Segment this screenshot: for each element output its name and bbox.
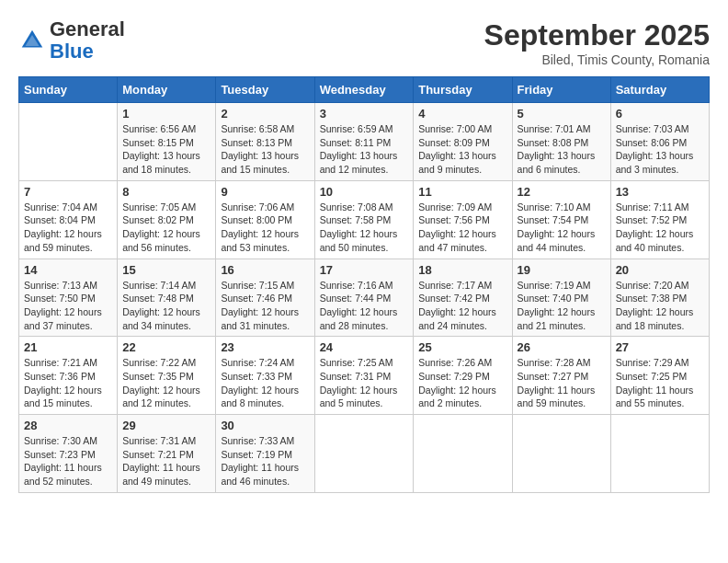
weekday-thursday: Thursday — [414, 77, 512, 103]
day-info: Sunrise: 7:15 AM Sunset: 7:46 PM Dayligh… — [221, 279, 309, 333]
day-info: Sunrise: 7:01 AM Sunset: 8:08 PM Dayligh… — [518, 122, 606, 177]
day-info: Sunrise: 7:19 AM Sunset: 7:40 PM Dayligh… — [518, 279, 606, 333]
calendar-week-2: 7Sunrise: 7:04 AM Sunset: 8:04 PM Daylig… — [19, 180, 710, 259]
day-number: 26 — [518, 340, 606, 354]
calendar-cell: 27Sunrise: 7:29 AM Sunset: 7:25 PM Dayli… — [610, 337, 709, 415]
calendar-cell: 9Sunrise: 7:06 AM Sunset: 8:00 PM Daylig… — [216, 180, 314, 259]
calendar-cell: 1Sunrise: 6:56 AM Sunset: 8:15 PM Daylig… — [118, 103, 216, 181]
day-info: Sunrise: 7:06 AM Sunset: 8:00 PM Dayligh… — [221, 201, 309, 255]
calendar-cell: 8Sunrise: 7:05 AM Sunset: 8:02 PM Daylig… — [118, 180, 216, 259]
calendar-cell — [414, 415, 512, 493]
logo-icon — [18, 27, 46, 54]
day-number: 28 — [24, 419, 112, 432]
calendar-cell: 26Sunrise: 7:28 AM Sunset: 7:27 PM Dayli… — [512, 337, 610, 415]
day-number: 6 — [616, 107, 704, 121]
day-info: Sunrise: 7:10 AM Sunset: 7:54 PM Dayligh… — [518, 201, 606, 255]
day-number: 9 — [221, 185, 309, 199]
day-info: Sunrise: 7:25 AM Sunset: 7:31 PM Dayligh… — [320, 356, 409, 410]
weekday-saturday: Saturday — [610, 77, 709, 103]
day-number: 13 — [616, 185, 704, 199]
calendar-cell: 4Sunrise: 7:00 AM Sunset: 8:09 PM Daylig… — [414, 103, 512, 181]
day-info: Sunrise: 7:03 AM Sunset: 8:06 PM Dayligh… — [616, 122, 704, 177]
day-info: Sunrise: 7:29 AM Sunset: 7:25 PM Dayligh… — [616, 356, 704, 410]
day-number: 14 — [24, 263, 112, 277]
day-info: Sunrise: 7:24 AM Sunset: 7:33 PM Dayligh… — [221, 356, 309, 410]
calendar-cell: 21Sunrise: 7:21 AM Sunset: 7:36 PM Dayli… — [19, 337, 118, 415]
calendar-cell: 7Sunrise: 7:04 AM Sunset: 8:04 PM Daylig… — [19, 180, 118, 259]
day-number: 5 — [518, 107, 606, 121]
calendar-cell: 14Sunrise: 7:13 AM Sunset: 7:50 PM Dayli… — [19, 259, 118, 337]
day-number: 2 — [221, 107, 309, 121]
day-info: Sunrise: 7:05 AM Sunset: 8:02 PM Dayligh… — [122, 201, 210, 255]
calendar-cell: 28Sunrise: 7:30 AM Sunset: 7:23 PM Dayli… — [19, 415, 118, 493]
logo-general-text: General — [50, 17, 125, 40]
day-number: 21 — [24, 340, 112, 354]
calendar-cell: 23Sunrise: 7:24 AM Sunset: 7:33 PM Dayli… — [216, 337, 314, 415]
calendar-cell: 13Sunrise: 7:11 AM Sunset: 7:52 PM Dayli… — [610, 180, 709, 259]
day-info: Sunrise: 7:00 AM Sunset: 8:09 PM Dayligh… — [418, 122, 506, 177]
day-number: 12 — [518, 185, 606, 199]
day-info: Sunrise: 7:09 AM Sunset: 7:56 PM Dayligh… — [418, 201, 506, 255]
location-subtitle: Biled, Timis County, Romania — [484, 52, 710, 67]
calendar-cell: 25Sunrise: 7:26 AM Sunset: 7:29 PM Dayli… — [414, 337, 512, 415]
day-info: Sunrise: 7:17 AM Sunset: 7:42 PM Dayligh… — [418, 279, 506, 333]
header: General Blue September 2025 Biled, Timis… — [18, 18, 710, 67]
day-info: Sunrise: 7:22 AM Sunset: 7:35 PM Dayligh… — [122, 356, 210, 410]
calendar-cell: 5Sunrise: 7:01 AM Sunset: 8:08 PM Daylig… — [512, 103, 610, 181]
day-info: Sunrise: 7:21 AM Sunset: 7:36 PM Dayligh… — [24, 356, 112, 410]
calendar-cell — [19, 103, 118, 181]
day-number: 24 — [320, 340, 409, 354]
calendar-week-3: 14Sunrise: 7:13 AM Sunset: 7:50 PM Dayli… — [19, 259, 710, 337]
day-number: 1 — [122, 107, 210, 121]
calendar-cell: 22Sunrise: 7:22 AM Sunset: 7:35 PM Dayli… — [118, 337, 216, 415]
calendar-week-5: 28Sunrise: 7:30 AM Sunset: 7:23 PM Dayli… — [19, 415, 710, 493]
logo: General Blue — [18, 18, 125, 63]
calendar-week-4: 21Sunrise: 7:21 AM Sunset: 7:36 PM Dayli… — [19, 337, 710, 415]
day-number: 25 — [418, 340, 506, 354]
weekday-monday: Monday — [118, 77, 216, 103]
calendar-body: 1Sunrise: 6:56 AM Sunset: 8:15 PM Daylig… — [19, 103, 710, 493]
calendar-cell — [314, 415, 414, 493]
month-title: September 2025 — [484, 18, 710, 52]
weekday-header-row: SundayMondayTuesdayWednesdayThursdayFrid… — [19, 77, 710, 103]
calendar-cell: 16Sunrise: 7:15 AM Sunset: 7:46 PM Dayli… — [216, 259, 314, 337]
calendar-cell — [610, 415, 709, 493]
day-info: Sunrise: 7:26 AM Sunset: 7:29 PM Dayligh… — [418, 356, 506, 410]
day-number: 16 — [221, 263, 309, 277]
calendar-cell: 3Sunrise: 6:59 AM Sunset: 8:11 PM Daylig… — [314, 103, 414, 181]
calendar-cell: 30Sunrise: 7:33 AM Sunset: 7:19 PM Dayli… — [216, 415, 314, 493]
weekday-tuesday: Tuesday — [216, 77, 314, 103]
day-info: Sunrise: 6:58 AM Sunset: 8:13 PM Dayligh… — [221, 122, 309, 177]
calendar-cell: 10Sunrise: 7:08 AM Sunset: 7:58 PM Dayli… — [314, 180, 414, 259]
day-info: Sunrise: 7:14 AM Sunset: 7:48 PM Dayligh… — [122, 279, 210, 333]
day-number: 22 — [122, 340, 210, 354]
calendar-cell: 2Sunrise: 6:58 AM Sunset: 8:13 PM Daylig… — [216, 103, 314, 181]
day-number: 19 — [518, 263, 606, 277]
day-info: Sunrise: 7:28 AM Sunset: 7:27 PM Dayligh… — [518, 356, 606, 410]
day-number: 7 — [24, 185, 112, 199]
weekday-friday: Friday — [512, 77, 610, 103]
day-number: 11 — [418, 185, 506, 199]
day-number: 27 — [616, 340, 704, 354]
day-number: 4 — [418, 107, 506, 121]
calendar-cell: 17Sunrise: 7:16 AM Sunset: 7:44 PM Dayli… — [314, 259, 414, 337]
calendar-cell: 24Sunrise: 7:25 AM Sunset: 7:31 PM Dayli… — [314, 337, 414, 415]
title-area: September 2025 Biled, Timis County, Roma… — [484, 18, 710, 67]
calendar-cell: 20Sunrise: 7:20 AM Sunset: 7:38 PM Dayli… — [610, 259, 709, 337]
calendar-cell: 11Sunrise: 7:09 AM Sunset: 7:56 PM Dayli… — [414, 180, 512, 259]
calendar-cell: 29Sunrise: 7:31 AM Sunset: 7:21 PM Dayli… — [118, 415, 216, 493]
day-number: 30 — [221, 419, 309, 432]
calendar-cell: 15Sunrise: 7:14 AM Sunset: 7:48 PM Dayli… — [118, 259, 216, 337]
day-info: Sunrise: 7:30 AM Sunset: 7:23 PM Dayligh… — [24, 434, 112, 488]
logo-blue-text: Blue — [50, 40, 94, 63]
day-number: 15 — [122, 263, 210, 277]
day-number: 23 — [221, 340, 309, 354]
day-number: 3 — [320, 107, 409, 121]
calendar-cell: 6Sunrise: 7:03 AM Sunset: 8:06 PM Daylig… — [610, 103, 709, 181]
day-number: 18 — [418, 263, 506, 277]
weekday-wednesday: Wednesday — [314, 77, 414, 103]
calendar-cell: 12Sunrise: 7:10 AM Sunset: 7:54 PM Dayli… — [512, 180, 610, 259]
day-info: Sunrise: 7:08 AM Sunset: 7:58 PM Dayligh… — [320, 201, 409, 255]
day-info: Sunrise: 6:59 AM Sunset: 8:11 PM Dayligh… — [320, 122, 409, 177]
day-number: 17 — [320, 263, 409, 277]
